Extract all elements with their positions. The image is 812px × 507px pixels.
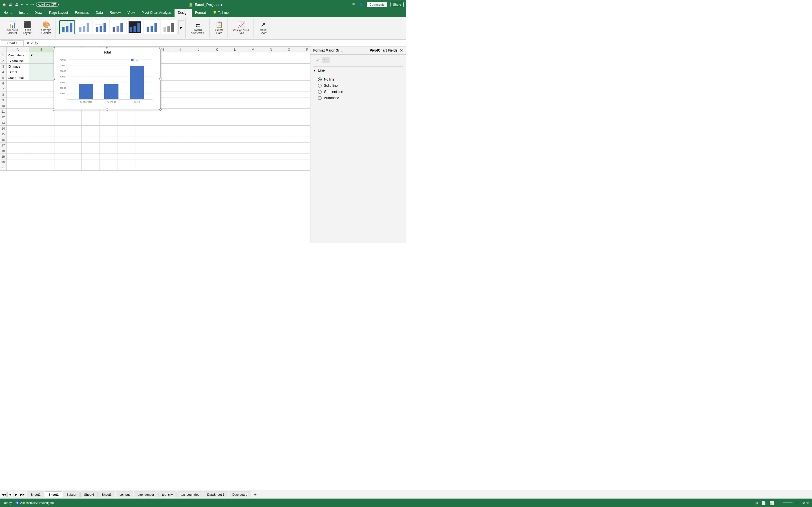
cell-r8-c9[interactable] [190,92,208,98]
cell-r13-c13[interactable] [262,120,280,126]
cell-r1-c10[interactable] [208,52,226,58]
cell-r15-c13[interactable] [262,131,280,137]
cell-r19-c11[interactable] [226,154,244,159]
cell-r14-c0[interactable] [6,126,29,131]
cell-r19-c5[interactable] [117,154,136,159]
row-header-21[interactable]: 21 [0,165,6,171]
cell-r3-c13[interactable] [262,64,280,69]
cell-r6-c10[interactable] [208,80,226,86]
cell-r15-c2[interactable] [54,131,82,137]
cancel-formula-button[interactable]: ✕ [26,41,30,45]
cell-r16-c7[interactable] [154,137,172,143]
cell-r11-c1[interactable] [29,109,54,114]
cell-r21-c7[interactable] [154,165,172,171]
cell-r13-c0[interactable] [6,120,29,126]
cell-r12-c2[interactable] [54,114,82,120]
cell-r11-c13[interactable] [262,109,280,114]
col-header-a[interactable]: A [6,47,29,52]
cell-r3-c0[interactable]: IG image [6,64,29,69]
cell-r9-c8[interactable] [172,98,190,103]
cell-r4-c1[interactable] [29,69,54,75]
cell-r18-c5[interactable] [117,148,136,154]
cell-r21-c3[interactable] [82,165,100,171]
cell-r10-c13[interactable] [262,103,280,109]
cell-r16-c14[interactable] [280,137,298,143]
redo-btn[interactable]: ↪ [26,3,28,6]
cell-r7-c12[interactable] [244,86,262,92]
cell-r9-c14[interactable] [280,98,298,103]
cell-r18-c9[interactable] [190,148,208,154]
cell-r15-c14[interactable] [280,131,298,137]
cell-r18-c4[interactable] [100,148,117,154]
cell-r21-c15[interactable] [298,165,310,171]
cell-r14-c12[interactable] [244,126,262,131]
cell-r3-c15[interactable] [298,64,310,69]
cell-r13-c12[interactable] [244,120,262,126]
cell-r11-c8[interactable] [172,109,190,114]
tab-format[interactable]: Format [192,9,209,17]
cell-r12-c0[interactable] [6,114,29,120]
tab-home[interactable]: Home [0,9,16,17]
cell-r20-c1[interactable] [29,159,54,165]
cell-r14-c5[interactable] [117,126,136,131]
cell-r17-c8[interactable] [172,143,190,148]
row-header-16[interactable]: 16 [0,137,6,143]
formula-input[interactable] [40,40,405,46]
cell-r5-c1[interactable] [29,75,54,80]
cell-r13-c6[interactable] [136,120,154,126]
panel-tab-shape[interactable]: ⬠ [322,57,329,63]
tab-page-layout[interactable]: Page Layout [46,9,71,17]
cell-r8-c14[interactable] [280,92,298,98]
cell-r17-c4[interactable] [100,143,117,148]
cell-r17-c3[interactable] [82,143,100,148]
cell-r10-c12[interactable] [244,103,262,109]
cell-r17-c7[interactable] [154,143,172,148]
cell-r8-c13[interactable] [262,92,280,98]
cell-r14-c8[interactable] [172,126,190,131]
cell-r2-c8[interactable] [172,58,190,64]
cell-r13-c5[interactable] [117,120,136,126]
cell-r4-c11[interactable] [226,69,244,75]
cell-r15-c15[interactable] [298,131,310,137]
col-header-l[interactable]: L [226,47,244,52]
chart-style-5[interactable] [127,20,143,34]
row-header-17[interactable]: 17 [0,143,6,148]
cell-r17-c10[interactable] [208,143,226,148]
cell-r18-c7[interactable] [154,148,172,154]
row-header-15[interactable]: 15 [0,131,6,137]
cell-r21-c11[interactable] [226,165,244,171]
cell-r20-c6[interactable] [136,159,154,165]
row-header-8[interactable]: 8 [0,92,6,98]
chart-style-7[interactable] [161,20,176,34]
chart-handle-ml[interactable] [53,78,55,80]
cell-r14-c11[interactable] [226,126,244,131]
chart-style-2[interactable] [76,20,92,34]
cell-r18-c6[interactable] [136,148,154,154]
tab-data[interactable]: Data [92,9,106,17]
col-header-m[interactable]: M [244,47,262,52]
cell-r1-c8[interactable] [172,52,190,58]
cell-r11-c10[interactable] [208,109,226,114]
cell-r12-c1[interactable] [29,114,54,120]
cell-r2-c10[interactable] [208,58,226,64]
cell-r12-c10[interactable] [208,114,226,120]
cell-r2-c12[interactable] [244,58,262,64]
row-header-4[interactable]: 4 [0,69,6,75]
cell-r12-c13[interactable] [262,114,280,120]
cell-r19-c4[interactable] [100,154,117,159]
row-header-9[interactable]: 9 [0,98,6,103]
cell-r12-c11[interactable] [226,114,244,120]
radio-automatic[interactable]: Automatic [318,95,399,101]
change-chart-type-button[interactable]: 📈 Change ChartType [231,20,251,36]
cell-r15-c5[interactable] [117,131,136,137]
row-header-12[interactable]: 12 [0,114,6,120]
cell-r16-c13[interactable] [262,137,280,143]
cell-r12-c14[interactable] [280,114,298,120]
col-header-n[interactable]: N [262,47,280,52]
change-colours-button[interactable]: 🎨 ChangeColours [40,20,53,36]
chart-styles-more[interactable]: ▶ [179,20,184,34]
cell-r16-c6[interactable] [136,137,154,143]
cell-r2-c0[interactable]: IG carousel [6,58,29,64]
cell-r20-c5[interactable] [117,159,136,165]
cell-r14-c4[interactable] [100,126,117,131]
